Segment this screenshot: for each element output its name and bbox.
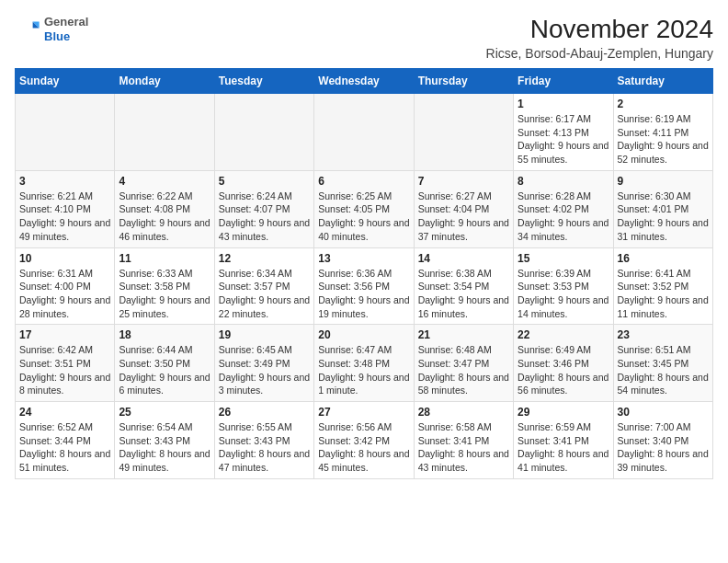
day-cell: 3Sunrise: 6:21 AM Sunset: 4:10 PM Daylig… xyxy=(16,170,115,247)
day-cell: 7Sunrise: 6:27 AM Sunset: 4:04 PM Daylig… xyxy=(414,170,513,247)
day-info: Sunrise: 6:38 AM Sunset: 3:54 PM Dayligh… xyxy=(418,267,509,321)
calendar-header: SundayMondayTuesdayWednesdayThursdayFrid… xyxy=(16,69,713,94)
day-number: 21 xyxy=(418,328,509,341)
day-cell: 24Sunrise: 6:52 AM Sunset: 3:44 PM Dayli… xyxy=(16,402,115,479)
day-number: 13 xyxy=(318,252,409,265)
header-day-monday: Monday xyxy=(115,69,214,94)
day-number: 24 xyxy=(19,406,110,419)
week-row-2: 3Sunrise: 6:21 AM Sunset: 4:10 PM Daylig… xyxy=(16,170,713,247)
day-number: 27 xyxy=(318,406,409,419)
day-info: Sunrise: 6:47 AM Sunset: 3:48 PM Dayligh… xyxy=(318,343,409,397)
day-info: Sunrise: 6:24 AM Sunset: 4:07 PM Dayligh… xyxy=(219,190,310,244)
day-info: Sunrise: 6:58 AM Sunset: 3:41 PM Dayligh… xyxy=(418,420,509,475)
day-cell xyxy=(214,94,313,171)
day-info: Sunrise: 6:51 AM Sunset: 3:45 PM Dayligh… xyxy=(618,343,709,397)
day-info: Sunrise: 6:52 AM Sunset: 3:44 PM Dayligh… xyxy=(19,420,110,475)
day-cell: 8Sunrise: 6:28 AM Sunset: 4:02 PM Daylig… xyxy=(514,170,613,247)
day-info: Sunrise: 6:49 AM Sunset: 3:46 PM Dayligh… xyxy=(518,343,609,397)
day-info: Sunrise: 6:17 AM Sunset: 4:13 PM Dayligh… xyxy=(518,112,609,167)
subtitle: Ricse, Borsod-Abauj-Zemplen, Hungary xyxy=(486,46,713,61)
day-number: 11 xyxy=(119,252,210,265)
day-cell: 2Sunrise: 6:19 AM Sunset: 4:11 PM Daylig… xyxy=(613,94,712,171)
day-info: Sunrise: 6:19 AM Sunset: 4:11 PM Dayligh… xyxy=(618,112,709,167)
day-cell: 19Sunrise: 6:45 AM Sunset: 3:49 PM Dayli… xyxy=(214,325,313,402)
day-info: Sunrise: 6:55 AM Sunset: 3:43 PM Dayligh… xyxy=(219,420,310,475)
day-number: 26 xyxy=(219,406,310,419)
header-row: SundayMondayTuesdayWednesdayThursdayFrid… xyxy=(16,69,713,94)
day-cell: 6Sunrise: 6:25 AM Sunset: 4:05 PM Daylig… xyxy=(314,170,414,247)
day-cell xyxy=(16,94,115,171)
day-cell: 16Sunrise: 6:41 AM Sunset: 3:52 PM Dayli… xyxy=(613,247,712,325)
day-cell: 25Sunrise: 6:54 AM Sunset: 3:43 PM Dayli… xyxy=(115,402,214,479)
day-number: 19 xyxy=(219,328,310,341)
week-row-4: 17Sunrise: 6:42 AM Sunset: 3:51 PM Dayli… xyxy=(16,325,713,402)
day-info: Sunrise: 6:36 AM Sunset: 3:56 PM Dayligh… xyxy=(318,267,409,321)
day-cell: 1Sunrise: 6:17 AM Sunset: 4:13 PM Daylig… xyxy=(514,94,613,171)
day-cell: 4Sunrise: 6:22 AM Sunset: 4:08 PM Daylig… xyxy=(115,170,214,247)
week-row-3: 10Sunrise: 6:31 AM Sunset: 4:00 PM Dayli… xyxy=(16,247,713,325)
day-number: 7 xyxy=(418,175,509,188)
day-number: 1 xyxy=(518,98,609,110)
day-number: 4 xyxy=(119,175,210,188)
header-day-wednesday: Wednesday xyxy=(314,69,414,94)
header-day-thursday: Thursday xyxy=(414,69,513,94)
day-cell: 29Sunrise: 6:59 AM Sunset: 3:41 PM Dayli… xyxy=(514,402,613,479)
day-info: Sunrise: 6:42 AM Sunset: 3:51 PM Dayligh… xyxy=(19,343,110,397)
day-number: 20 xyxy=(318,328,409,341)
day-cell: 27Sunrise: 6:56 AM Sunset: 3:42 PM Dayli… xyxy=(314,402,414,479)
header-day-saturday: Saturday xyxy=(613,69,712,94)
day-cell xyxy=(115,94,214,171)
day-info: Sunrise: 6:25 AM Sunset: 4:05 PM Dayligh… xyxy=(318,190,409,244)
day-cell: 10Sunrise: 6:31 AM Sunset: 4:00 PM Dayli… xyxy=(16,247,115,325)
calendar-body: 1Sunrise: 6:17 AM Sunset: 4:13 PM Daylig… xyxy=(16,94,713,479)
day-info: Sunrise: 6:27 AM Sunset: 4:04 PM Dayligh… xyxy=(418,190,509,244)
day-number: 10 xyxy=(19,252,110,265)
day-cell: 30Sunrise: 7:00 AM Sunset: 3:40 PM Dayli… xyxy=(613,402,712,479)
day-number: 18 xyxy=(119,328,210,341)
day-info: Sunrise: 6:28 AM Sunset: 4:02 PM Dayligh… xyxy=(518,190,609,244)
day-cell: 22Sunrise: 6:49 AM Sunset: 3:46 PM Dayli… xyxy=(514,325,613,402)
header-day-friday: Friday xyxy=(514,69,613,94)
day-number: 12 xyxy=(219,252,310,265)
day-number: 3 xyxy=(19,175,110,188)
calendar: SundayMondayTuesdayWednesdayThursdayFrid… xyxy=(15,68,713,479)
day-number: 6 xyxy=(318,175,409,188)
day-info: Sunrise: 7:00 AM Sunset: 3:40 PM Dayligh… xyxy=(618,420,709,475)
day-number: 23 xyxy=(618,328,709,341)
day-number: 15 xyxy=(518,252,609,265)
day-cell: 9Sunrise: 6:30 AM Sunset: 4:01 PM Daylig… xyxy=(613,170,712,247)
day-cell: 11Sunrise: 6:33 AM Sunset: 3:58 PM Dayli… xyxy=(115,247,214,325)
day-cell: 21Sunrise: 6:48 AM Sunset: 3:47 PM Dayli… xyxy=(414,325,513,402)
day-number: 2 xyxy=(618,98,709,110)
header: General Blue November 2024 Ricse, Borsod… xyxy=(15,15,713,61)
day-info: Sunrise: 6:41 AM Sunset: 3:52 PM Dayligh… xyxy=(618,267,709,321)
day-cell: 14Sunrise: 6:38 AM Sunset: 3:54 PM Dayli… xyxy=(414,247,513,325)
day-info: Sunrise: 6:48 AM Sunset: 3:47 PM Dayligh… xyxy=(418,343,509,397)
header-day-sunday: Sunday xyxy=(16,69,115,94)
logo-blue-text: Blue xyxy=(44,29,88,44)
day-number: 28 xyxy=(418,406,509,419)
day-cell xyxy=(314,94,414,171)
day-cell: 18Sunrise: 6:44 AM Sunset: 3:50 PM Dayli… xyxy=(115,325,214,402)
logo-icon xyxy=(15,17,40,42)
day-cell: 23Sunrise: 6:51 AM Sunset: 3:45 PM Dayli… xyxy=(613,325,712,402)
day-number: 14 xyxy=(418,252,509,265)
day-number: 16 xyxy=(618,252,709,265)
day-info: Sunrise: 6:39 AM Sunset: 3:53 PM Dayligh… xyxy=(518,267,609,321)
day-info: Sunrise: 6:45 AM Sunset: 3:49 PM Dayligh… xyxy=(219,343,310,397)
day-cell xyxy=(414,94,513,171)
day-cell: 20Sunrise: 6:47 AM Sunset: 3:48 PM Dayli… xyxy=(314,325,414,402)
day-number: 5 xyxy=(219,175,310,188)
logo-text: General Blue xyxy=(44,15,88,43)
logo: General Blue xyxy=(15,15,88,43)
day-cell: 28Sunrise: 6:58 AM Sunset: 3:41 PM Dayli… xyxy=(414,402,513,479)
day-info: Sunrise: 6:54 AM Sunset: 3:43 PM Dayligh… xyxy=(119,420,210,475)
day-number: 22 xyxy=(518,328,609,341)
day-info: Sunrise: 6:44 AM Sunset: 3:50 PM Dayligh… xyxy=(119,343,210,397)
day-cell: 26Sunrise: 6:55 AM Sunset: 3:43 PM Dayli… xyxy=(214,402,313,479)
day-cell: 5Sunrise: 6:24 AM Sunset: 4:07 PM Daylig… xyxy=(214,170,313,247)
day-info: Sunrise: 6:33 AM Sunset: 3:58 PM Dayligh… xyxy=(119,267,210,321)
day-info: Sunrise: 6:21 AM Sunset: 4:10 PM Dayligh… xyxy=(19,190,110,244)
day-cell: 13Sunrise: 6:36 AM Sunset: 3:56 PM Dayli… xyxy=(314,247,414,325)
day-info: Sunrise: 6:31 AM Sunset: 4:00 PM Dayligh… xyxy=(19,267,110,321)
